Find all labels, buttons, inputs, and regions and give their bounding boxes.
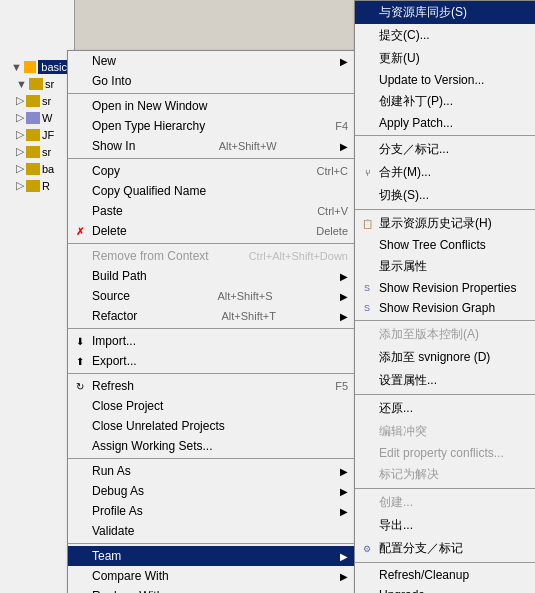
menu-item-import[interactable]: ⬇ Import... — [68, 331, 356, 351]
tree-item-sr1[interactable]: sr — [45, 78, 54, 90]
menu-item-validate[interactable]: Validate — [68, 521, 356, 541]
divider — [68, 328, 356, 329]
team-menu-update-version[interactable]: Update to Version... — [355, 70, 535, 90]
tree-item-ba[interactable]: ba — [42, 163, 54, 175]
tree-item-r[interactable]: R — [42, 180, 50, 192]
menu-item-paste[interactable]: Paste Ctrl+V — [68, 201, 356, 221]
tree-item-sr2[interactable]: sr — [42, 95, 51, 107]
team-menu-show-revision-graph[interactable]: S Show Revision Graph — [355, 298, 535, 318]
divider — [68, 458, 356, 459]
menu-item-open-new-window[interactable]: Open in New Window — [68, 96, 356, 116]
team-menu-merge[interactable]: ⑂ 合并(M)... — [355, 161, 535, 184]
team-menu-show-revision-properties[interactable]: S Show Revision Properties — [355, 278, 535, 298]
menu-item-compare-with[interactable]: Compare With ▶ — [68, 566, 356, 586]
team-menu-refresh-cleanup[interactable]: Refresh/Cleanup — [355, 565, 535, 585]
menu-item-run-as[interactable]: Run As ▶ — [68, 461, 356, 481]
menu-item-go-into[interactable]: Go Into — [68, 71, 356, 91]
arrow-icon: ▶ — [340, 141, 348, 152]
menu-item-replace-with[interactable]: Replace With ▶ — [68, 586, 356, 593]
export-icon: ⬆ — [72, 353, 88, 369]
arrow-icon: ▶ — [340, 466, 348, 477]
team-menu-add-version: 添加至版本控制(A) — [355, 323, 535, 346]
menu-item-open-type-hierarchy[interactable]: Open Type Hierarchy F4 — [68, 116, 356, 136]
arrow-icon: ▶ — [340, 551, 348, 562]
team-menu-apply-patch[interactable]: Apply Patch... — [355, 113, 535, 133]
menu-item-copy-qualified[interactable]: Copy Qualified Name — [68, 181, 356, 201]
arrow-icon: ▶ — [340, 506, 348, 517]
arrow-icon: ▶ — [340, 56, 348, 67]
menu-item-show-in[interactable]: Show In Alt+Shift+W ▶ — [68, 136, 356, 156]
team-menu-set-properties[interactable]: 设置属性... — [355, 369, 535, 392]
menu-item-close-unrelated[interactable]: Close Unrelated Projects — [68, 416, 356, 436]
menu-item-profile-as[interactable]: Profile As ▶ — [68, 501, 356, 521]
divider — [68, 543, 356, 544]
team-menu-update[interactable]: 更新(U) — [355, 47, 535, 70]
import-icon: ⬇ — [72, 333, 88, 349]
divider — [68, 243, 356, 244]
team-menu-edit-property-conflicts: Edit property conflicts... — [355, 443, 535, 463]
arrow-icon: ▶ — [340, 486, 348, 497]
menu-item-source[interactable]: Source Alt+Shift+S ▶ — [68, 286, 356, 306]
team-menu-create-patch[interactable]: 创建补丁(P)... — [355, 90, 535, 113]
team-menu-switch[interactable]: 切换(S)... — [355, 184, 535, 207]
divider — [68, 158, 356, 159]
divider — [355, 135, 535, 136]
tree-item-sr3[interactable]: sr — [42, 146, 51, 158]
merge-icon: ⑂ — [359, 165, 375, 181]
svn-graph-icon: S — [359, 300, 375, 316]
team-menu-sync[interactable]: 与资源库同步(S) — [355, 1, 535, 24]
team-menu-show-history[interactable]: 📋 显示资源历史记录(H) — [355, 212, 535, 235]
menu-item-new[interactable]: New ▶ — [68, 51, 356, 71]
menu-item-remove-context: Remove from Context Ctrl+Alt+Shift+Down — [68, 246, 356, 266]
team-menu-create2: 创建... — [355, 491, 535, 514]
menu-item-refactor[interactable]: Refactor Alt+Shift+T ▶ — [68, 306, 356, 326]
history-icon: 📋 — [359, 216, 375, 232]
sync-label: 与资源库同步(S) — [379, 4, 467, 21]
team-menu-branch-tag[interactable]: 分支／标记... — [355, 138, 535, 161]
team-menu-edit-conflict: 编辑冲突 — [355, 420, 535, 443]
svn-icon: S — [359, 280, 375, 296]
menu-item-build-path[interactable]: Build Path ▶ — [68, 266, 356, 286]
arrow-icon: ▶ — [340, 271, 348, 282]
divider — [355, 209, 535, 210]
menu-item-export[interactable]: ⬆ Export... — [68, 351, 356, 371]
context-menu: New ▶ Go Into Open in New Window Open Ty… — [67, 50, 357, 593]
arrow-icon: ▶ — [340, 311, 348, 322]
team-menu-configure-branch-tag[interactable]: ⚙ 配置分支／标记 — [355, 537, 535, 560]
team-menu-show-tree-conflicts[interactable]: Show Tree Conflicts — [355, 235, 535, 255]
tree-item-basic[interactable]: basic — [38, 60, 70, 74]
team-menu-add-svnignore[interactable]: 添加至 svnignore (D) — [355, 346, 535, 369]
team-menu-commit[interactable]: 提交(C)... — [355, 24, 535, 47]
tree-item-w[interactable]: W — [42, 112, 52, 124]
arrow-icon: ▶ — [340, 291, 348, 302]
divider — [355, 562, 535, 563]
divider — [355, 394, 535, 395]
team-menu-upgrade[interactable]: Upgrade — [355, 585, 535, 593]
divider — [68, 373, 356, 374]
menu-item-assign-working[interactable]: Assign Working Sets... — [68, 436, 356, 456]
team-menu-mark-resolved: 标记为解决 — [355, 463, 535, 486]
divider — [355, 488, 535, 489]
divider — [68, 93, 356, 94]
team-menu-show-properties[interactable]: 显示属性 — [355, 255, 535, 278]
team-menu-revert[interactable]: 还原... — [355, 397, 535, 420]
menu-item-copy[interactable]: Copy Ctrl+C — [68, 161, 356, 181]
config-icon: ⚙ — [359, 541, 375, 557]
tree-item-jf[interactable]: JF — [42, 129, 54, 141]
divider — [355, 320, 535, 321]
team-menu-export2[interactable]: 导出... — [355, 514, 535, 537]
menu-item-close-project[interactable]: Close Project — [68, 396, 356, 416]
ide-tree-panel: ▼ basic ▼ sr ▷ sr ▷ W ▷ JF ▷ sr ▷ ba ▷ R — [0, 0, 75, 593]
menu-item-delete[interactable]: ✗ Delete Delete — [68, 221, 356, 241]
delete-icon: ✗ — [72, 223, 88, 239]
menu-item-team[interactable]: Team ▶ — [68, 546, 356, 566]
refresh-icon: ↻ — [72, 378, 88, 394]
menu-item-refresh[interactable]: ↻ Refresh F5 — [68, 376, 356, 396]
menu-item-debug-as[interactable]: Debug As ▶ — [68, 481, 356, 501]
team-submenu: 与资源库同步(S) 提交(C)... 更新(U) Update to Versi… — [354, 0, 535, 593]
arrow-icon: ▶ — [340, 571, 348, 582]
